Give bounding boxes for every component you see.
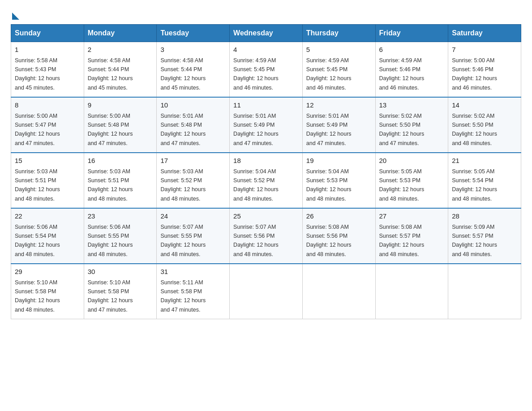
col-header-friday: Friday — [375, 25, 448, 42]
day-cell: 29 Sunrise: 5:10 AMSunset: 5:58 PMDaylig… — [11, 264, 84, 319]
day-info: Sunrise: 5:07 AMSunset: 5:55 PMDaylight:… — [160, 224, 206, 257]
day-cell: 11 Sunrise: 5:01 AMSunset: 5:49 PMDaylig… — [230, 97, 303, 153]
day-cell — [302, 264, 375, 319]
day-info: Sunrise: 5:03 AMSunset: 5:51 PMDaylight:… — [15, 168, 60, 202]
day-cell: 22 Sunrise: 5:06 AMSunset: 5:54 PMDaylig… — [11, 208, 84, 264]
day-cell: 6 Sunrise: 4:59 AMSunset: 5:46 PMDayligh… — [375, 42, 448, 98]
day-number: 13 — [379, 100, 445, 111]
day-info: Sunrise: 4:59 AMSunset: 5:46 PMDaylight:… — [379, 57, 425, 91]
day-info: Sunrise: 5:01 AMSunset: 5:49 PMDaylight:… — [306, 113, 352, 146]
day-number: 6 — [379, 45, 445, 55]
day-cell — [448, 264, 521, 319]
day-number: 28 — [452, 211, 517, 222]
day-info: Sunrise: 5:00 AMSunset: 5:48 PMDaylight:… — [88, 113, 133, 146]
day-info: Sunrise: 5:08 AMSunset: 5:57 PMDaylight:… — [379, 224, 425, 257]
day-info: Sunrise: 4:59 AMSunset: 5:45 PMDaylight:… — [233, 57, 279, 91]
day-cell: 12 Sunrise: 5:01 AMSunset: 5:49 PMDaylig… — [302, 97, 375, 153]
week-row-1: 1 Sunrise: 5:58 AMSunset: 5:43 PMDayligh… — [11, 42, 521, 98]
day-number: 19 — [306, 156, 372, 166]
logo — [11, 11, 19, 17]
day-cell: 5 Sunrise: 4:59 AMSunset: 5:45 PMDayligh… — [302, 42, 375, 98]
day-number: 12 — [306, 100, 372, 111]
day-info: Sunrise: 5:09 AMSunset: 5:57 PMDaylight:… — [452, 224, 497, 257]
col-header-wednesday: Wednesday — [230, 25, 303, 42]
day-number: 2 — [88, 45, 153, 55]
day-info: Sunrise: 4:58 AMSunset: 5:44 PMDaylight:… — [88, 57, 133, 91]
day-info: Sunrise: 5:00 AMSunset: 5:47 PMDaylight:… — [15, 113, 60, 146]
day-cell: 19 Sunrise: 5:04 AMSunset: 5:53 PMDaylig… — [302, 153, 375, 208]
day-info: Sunrise: 5:10 AMSunset: 5:58 PMDaylight:… — [88, 279, 133, 313]
day-cell: 31 Sunrise: 5:11 AMSunset: 5:58 PMDaylig… — [157, 264, 230, 319]
day-number: 8 — [15, 100, 80, 111]
day-info: Sunrise: 5:02 AMSunset: 5:50 PMDaylight:… — [379, 113, 425, 146]
day-info: Sunrise: 5:03 AMSunset: 5:51 PMDaylight:… — [88, 168, 133, 202]
day-cell: 27 Sunrise: 5:08 AMSunset: 5:57 PMDaylig… — [375, 208, 448, 264]
col-header-thursday: Thursday — [302, 25, 375, 42]
day-cell: 24 Sunrise: 5:07 AMSunset: 5:55 PMDaylig… — [157, 208, 230, 264]
day-cell: 8 Sunrise: 5:00 AMSunset: 5:47 PMDayligh… — [11, 97, 84, 153]
col-header-tuesday: Tuesday — [157, 25, 230, 42]
day-number: 16 — [88, 156, 153, 166]
day-number: 15 — [15, 156, 80, 166]
logo-arrow-icon — [12, 13, 19, 20]
day-cell — [230, 264, 303, 319]
week-row-4: 22 Sunrise: 5:06 AMSunset: 5:54 PMDaylig… — [11, 208, 521, 264]
day-cell: 1 Sunrise: 5:58 AMSunset: 5:43 PMDayligh… — [11, 42, 84, 98]
day-cell: 28 Sunrise: 5:09 AMSunset: 5:57 PMDaylig… — [448, 208, 521, 264]
day-info: Sunrise: 5:10 AMSunset: 5:58 PMDaylight:… — [15, 279, 60, 313]
col-header-monday: Monday — [84, 25, 157, 42]
day-info: Sunrise: 5:11 AMSunset: 5:58 PMDaylight:… — [160, 279, 206, 313]
day-info: Sunrise: 5:00 AMSunset: 5:46 PMDaylight:… — [452, 57, 497, 91]
day-number: 3 — [160, 45, 226, 55]
day-cell — [375, 264, 448, 319]
day-number: 30 — [88, 267, 153, 277]
day-cell: 23 Sunrise: 5:06 AMSunset: 5:55 PMDaylig… — [84, 208, 157, 264]
calendar-header-row: SundayMondayTuesdayWednesdayThursdayFrid… — [11, 25, 521, 42]
day-info: Sunrise: 5:01 AMSunset: 5:49 PMDaylight:… — [233, 113, 279, 146]
day-cell: 10 Sunrise: 5:01 AMSunset: 5:48 PMDaylig… — [157, 97, 230, 153]
day-info: Sunrise: 5:03 AMSunset: 5:52 PMDaylight:… — [160, 168, 206, 202]
day-cell: 4 Sunrise: 4:59 AMSunset: 5:45 PMDayligh… — [230, 42, 303, 98]
day-info: Sunrise: 5:04 AMSunset: 5:53 PMDaylight:… — [306, 168, 352, 202]
col-header-saturday: Saturday — [448, 25, 521, 42]
day-number: 27 — [379, 211, 445, 222]
day-cell: 2 Sunrise: 4:58 AMSunset: 5:44 PMDayligh… — [84, 42, 157, 98]
day-info: Sunrise: 5:05 AMSunset: 5:53 PMDaylight:… — [379, 168, 425, 202]
day-info: Sunrise: 5:06 AMSunset: 5:54 PMDaylight:… — [15, 224, 60, 257]
day-cell: 9 Sunrise: 5:00 AMSunset: 5:48 PMDayligh… — [84, 97, 157, 153]
day-number: 11 — [233, 100, 299, 111]
day-number: 21 — [452, 156, 517, 166]
week-row-2: 8 Sunrise: 5:00 AMSunset: 5:47 PMDayligh… — [11, 97, 521, 153]
day-number: 1 — [15, 45, 80, 55]
day-info: Sunrise: 4:59 AMSunset: 5:45 PMDaylight:… — [306, 57, 352, 91]
day-number: 24 — [160, 211, 226, 222]
day-info: Sunrise: 5:06 AMSunset: 5:55 PMDaylight:… — [88, 224, 133, 257]
day-cell: 30 Sunrise: 5:10 AMSunset: 5:58 PMDaylig… — [84, 264, 157, 319]
day-number: 22 — [15, 211, 80, 222]
day-cell: 3 Sunrise: 4:58 AMSunset: 5:44 PMDayligh… — [157, 42, 230, 98]
day-cell: 17 Sunrise: 5:03 AMSunset: 5:52 PMDaylig… — [157, 153, 230, 208]
day-cell: 20 Sunrise: 5:05 AMSunset: 5:53 PMDaylig… — [375, 153, 448, 208]
day-number: 26 — [306, 211, 372, 222]
day-info: Sunrise: 5:05 AMSunset: 5:54 PMDaylight:… — [452, 168, 497, 202]
col-header-sunday: Sunday — [11, 25, 84, 42]
day-cell: 13 Sunrise: 5:02 AMSunset: 5:50 PMDaylig… — [375, 97, 448, 153]
week-row-3: 15 Sunrise: 5:03 AMSunset: 5:51 PMDaylig… — [11, 153, 521, 208]
day-cell: 7 Sunrise: 5:00 AMSunset: 5:46 PMDayligh… — [448, 42, 521, 98]
day-number: 14 — [452, 100, 517, 111]
day-number: 17 — [160, 156, 226, 166]
day-info: Sunrise: 5:04 AMSunset: 5:52 PMDaylight:… — [233, 168, 279, 202]
day-info: Sunrise: 5:58 AMSunset: 5:43 PMDaylight:… — [15, 57, 60, 91]
day-cell: 15 Sunrise: 5:03 AMSunset: 5:51 PMDaylig… — [11, 153, 84, 208]
calendar-table: SundayMondayTuesdayWednesdayThursdayFrid… — [11, 24, 521, 319]
week-row-5: 29 Sunrise: 5:10 AMSunset: 5:58 PMDaylig… — [11, 264, 521, 319]
day-number: 23 — [88, 211, 153, 222]
day-number: 20 — [379, 156, 445, 166]
day-number: 31 — [160, 267, 226, 277]
day-number: 29 — [15, 267, 80, 277]
day-number: 4 — [233, 45, 299, 55]
day-cell: 14 Sunrise: 5:02 AMSunset: 5:50 PMDaylig… — [448, 97, 521, 153]
day-info: Sunrise: 5:01 AMSunset: 5:48 PMDaylight:… — [160, 113, 206, 146]
day-info: Sunrise: 5:08 AMSunset: 5:56 PMDaylight:… — [306, 224, 352, 257]
day-cell: 18 Sunrise: 5:04 AMSunset: 5:52 PMDaylig… — [230, 153, 303, 208]
